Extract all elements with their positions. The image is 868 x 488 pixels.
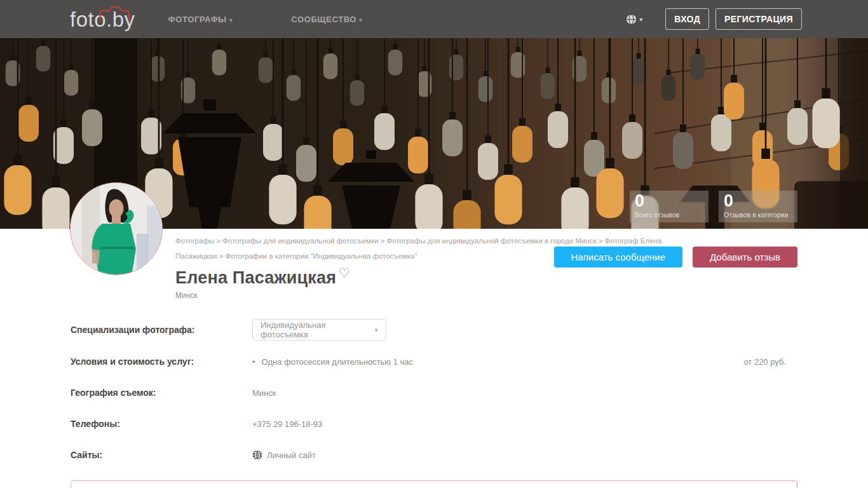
nav-community[interactable]: СООБЩЕСТВО▾	[291, 15, 362, 24]
services-row: Условия и стоимость услуг: • Одна фотосе…	[71, 356, 797, 367]
navbar: foto.by ФОТОГРАФЫ▾ СООБЩЕСТВО▾ ▾ ВХОД РЕ…	[0, 0, 868, 38]
photographer-city: Минск	[175, 291, 797, 300]
service-description: Одна фотосессия длительностью 1 час	[262, 357, 414, 367]
avatar	[70, 182, 163, 275]
site-link-label: Личный сайт	[267, 451, 316, 460]
send-message-button[interactable]: Написать сообщение	[554, 247, 683, 268]
geography-label: География съемок:	[71, 388, 252, 398]
add-review-button[interactable]: Добавить отзыв	[693, 247, 797, 268]
login-button[interactable]: ВХОД	[665, 8, 709, 30]
personal-site-link[interactable]: Личный сайт	[252, 450, 316, 460]
chevron-down-icon: ▾	[359, 17, 363, 24]
sites-label: Сайты:	[71, 450, 252, 460]
chevron-down-icon: ▾	[374, 326, 378, 334]
specializations-select[interactable]: Индивидуальная фотосъемка ▾	[252, 319, 386, 341]
services-label: Условия и стоимость услуг:	[71, 356, 252, 367]
phone-number: +375 29 196-18-93	[252, 419, 322, 429]
geography-row: География съемок: Минск	[71, 387, 797, 398]
logo[interactable]: foto.by	[70, 9, 135, 30]
page-title: Елена Пасажицкая♡	[175, 268, 797, 288]
profile-details: Специализации фотографа: Индивидуальная …	[71, 319, 797, 461]
language-switcher[interactable]: ▾	[626, 14, 642, 25]
chevron-down-icon: ▾	[639, 16, 642, 23]
photographer-name: Елена Пасажицкая	[175, 268, 336, 287]
main-menu: ФОТОГРАФЫ▾ СООБЩЕСТВО▾	[168, 15, 421, 24]
specializations-row: Специализации фотографа: Индивидуальная …	[71, 319, 797, 341]
phones-row: Телефоны: +375 29 196-18-93	[71, 418, 797, 430]
service-price: от 220 руб.	[743, 357, 797, 367]
stat-total-reviews: 0 Всего отзывов	[630, 191, 709, 222]
navbar-right: ▾ ВХОД РЕГИСТРАЦИЯ	[626, 8, 802, 30]
specializations-label: Специализации фотографа:	[71, 325, 252, 335]
nav-photographers[interactable]: ФОТОГРАФЫ▾	[168, 15, 233, 24]
stat-value: 0	[724, 191, 792, 211]
photographer-portrait	[71, 183, 163, 275]
profile-page: Фотографы > Фотографы для индивидуальной…	[0, 229, 868, 488]
stat-label: Всего отзывов	[635, 211, 703, 219]
camera-outline-icon	[98, 5, 131, 22]
stat-label: Отзывов в категории	[724, 211, 792, 219]
profile-actions: Написать сообщение Добавить отзыв	[554, 247, 798, 268]
phones-label: Телефоны:	[71, 419, 252, 429]
sites-row: Сайты: Личный сайт	[71, 449, 797, 461]
selected-specialization: Индивидуальная фотосъемка	[261, 320, 374, 339]
register-button[interactable]: РЕГИСТРАЦИЯ	[715, 8, 802, 30]
stat-value: 0	[635, 191, 703, 211]
globe-icon	[252, 450, 262, 460]
bullet-icon: •	[252, 357, 255, 367]
review-stats: 0 Всего отзывов 0 Отзывов в категории	[630, 191, 797, 222]
geography-value: Минск	[252, 388, 276, 398]
stat-category-reviews: 0 Отзывов в категории	[719, 191, 797, 222]
globe-icon	[626, 14, 637, 25]
notice-box: Пожалуйста, сообщите фотографу, что Вы н…	[71, 480, 797, 488]
favorite-heart-icon[interactable]: ♡	[338, 266, 350, 280]
service-item: • Одна фотосессия длительностью 1 час	[252, 357, 413, 367]
chevron-down-icon: ▾	[229, 17, 233, 24]
profile-header: Фотографы > Фотографы для индивидуальной…	[71, 229, 797, 300]
